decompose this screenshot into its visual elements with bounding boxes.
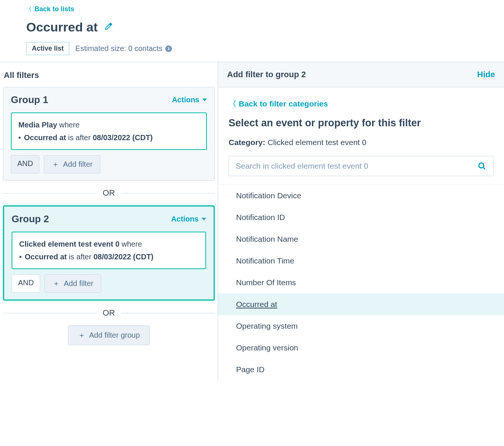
- filter-group-2: Group 2 Actions Clicked element test eve…: [3, 205, 215, 301]
- info-icon[interactable]: i: [165, 45, 172, 52]
- all-filters-heading: All filters: [3, 70, 215, 80]
- back-to-categories-link[interactable]: 〈 Back to filter categories: [229, 99, 328, 109]
- add-filter-label: Add filter: [63, 160, 93, 169]
- filter-where: where: [59, 121, 79, 129]
- property-item[interactable]: Notification Device: [218, 185, 504, 207]
- or-label: OR: [103, 308, 115, 318]
- group-title: Group 2: [12, 213, 49, 225]
- filter-event: Media Play: [18, 121, 57, 129]
- search-icon: [477, 162, 486, 171]
- property-item[interactable]: Page ID: [218, 359, 504, 380]
- filter-group-1: Group 1 Actions Media Play where • Occur…: [3, 87, 215, 181]
- bullet-icon: •: [19, 250, 22, 263]
- filter-value: 08/03/2022 (CDT): [93, 133, 153, 142]
- estimated-size: Estimated size: 0 contacts i: [75, 44, 172, 53]
- plus-icon: ＋: [78, 330, 85, 340]
- pencil-icon: [105, 22, 113, 30]
- category-value: Clicked element test event 0: [268, 138, 366, 147]
- filter-op: is after: [68, 133, 91, 142]
- add-filter-group-button[interactable]: ＋ Add filter group: [68, 325, 150, 345]
- property-item[interactable]: Notification Name: [218, 228, 504, 250]
- or-label: OR: [103, 188, 115, 198]
- property-item[interactable]: Notification ID: [218, 207, 504, 228]
- hide-panel-button[interactable]: Hide: [477, 70, 495, 79]
- property-item[interactable]: Operating system: [218, 315, 504, 337]
- add-filter-button[interactable]: ＋ Add filter: [44, 155, 100, 174]
- filter-picker-panel: Add filter to group 2 Hide 〈 Back to fil…: [218, 62, 504, 380]
- edit-title-button[interactable]: [105, 22, 113, 33]
- add-filter-button[interactable]: ＋ Add filter: [45, 274, 101, 293]
- search-input[interactable]: [236, 162, 473, 171]
- property-list: Notification DeviceNotification IDNotifi…: [218, 184, 504, 380]
- filter-condition[interactable]: Clicked element test event 0 where • Occ…: [12, 232, 206, 269]
- active-list-badge: Active list: [26, 42, 69, 55]
- search-field[interactable]: [229, 156, 494, 176]
- estimated-size-text: Estimated size: 0 contacts: [75, 44, 162, 53]
- back-to-lists-label: Back to lists: [34, 5, 74, 13]
- filter-prop: Occurred at: [25, 253, 67, 261]
- filter-event: Clicked element test event 0: [19, 240, 120, 248]
- and-operator-chip: AND: [12, 274, 40, 293]
- or-divider: OR: [3, 188, 215, 198]
- add-filter-label: Add filter: [64, 279, 93, 288]
- chevron-left-icon: 〈: [26, 6, 31, 13]
- filter-prop: Occurred at: [24, 133, 66, 142]
- actions-label: Actions: [171, 215, 199, 223]
- filter-op: is after: [69, 253, 91, 261]
- filter-value: 08/03/2022 (CDT): [93, 253, 153, 261]
- plus-icon: ＋: [52, 278, 60, 289]
- svg-line-1: [483, 167, 485, 169]
- group-title: Group 1: [11, 94, 48, 106]
- category-line: Category: Clicked element test event 0: [229, 138, 494, 147]
- bullet-icon: •: [18, 131, 21, 144]
- chevron-left-icon: 〈: [229, 99, 236, 109]
- actions-label: Actions: [172, 96, 199, 104]
- property-item[interactable]: Number Of Items: [218, 272, 504, 293]
- filters-panel: All filters Group 1 Actions Media Play w…: [0, 62, 218, 380]
- property-item[interactable]: Occurred at: [218, 293, 504, 315]
- group-actions-menu[interactable]: Actions: [172, 96, 207, 104]
- and-operator-chip: AND: [11, 155, 39, 174]
- property-item[interactable]: Notification Time: [218, 250, 504, 272]
- add-filter-group-label: Add filter group: [89, 331, 140, 340]
- plus-icon: ＋: [52, 159, 59, 169]
- filter-where: where: [121, 240, 142, 248]
- category-label: Category:: [229, 138, 265, 147]
- filter-condition[interactable]: Media Play where • Occurred at is after …: [11, 112, 207, 150]
- property-item[interactable]: Operating version: [218, 337, 504, 359]
- panel-title: Add filter to group 2: [227, 70, 306, 79]
- chevron-down-icon: [202, 99, 207, 101]
- chevron-down-icon: [202, 218, 206, 220]
- or-divider: OR: [3, 308, 215, 318]
- select-heading: Select an event or property for this fil…: [229, 117, 494, 129]
- back-to-categories-label: Back to filter categories: [239, 99, 328, 108]
- group-actions-menu[interactable]: Actions: [171, 215, 206, 223]
- page-title: Occurred at: [26, 20, 98, 34]
- back-to-lists-link[interactable]: 〈 Back to lists: [26, 5, 74, 13]
